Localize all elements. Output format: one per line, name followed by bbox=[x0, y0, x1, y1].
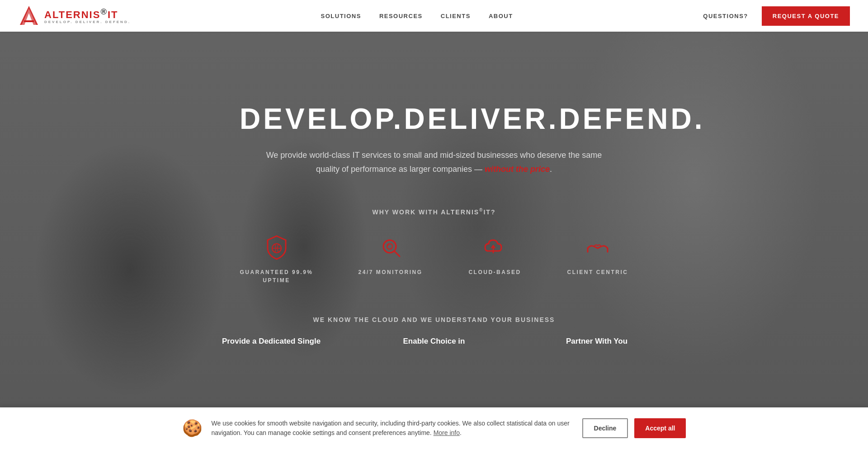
nav-clients[interactable]: CLIENTS bbox=[441, 13, 471, 19]
cloud-card-2: Partner With You bbox=[529, 337, 665, 350]
cloud-card-1-title: Enable Choice in bbox=[366, 337, 502, 346]
cookie-more-info-link[interactable]: More info bbox=[434, 429, 460, 436]
cloud-upload-icon bbox=[481, 234, 509, 261]
accept-all-button[interactable]: Accept all bbox=[634, 418, 686, 438]
monitor-search-icon bbox=[377, 234, 404, 261]
cookie-buttons: Decline Accept all bbox=[582, 418, 686, 438]
features-row: GUARANTEED 99.9% UPTIME 24/7 MONITORING bbox=[240, 234, 628, 284]
shield-globe-icon bbox=[263, 234, 290, 261]
main-nav: SOLUTIONS RESOURCES CLIENTS ABOUT bbox=[321, 13, 513, 19]
hero-section: DEVELOP.DELIVER.DEFEND. We provide world… bbox=[0, 0, 868, 449]
feature-uptime: GUARANTEED 99.9% UPTIME bbox=[240, 234, 313, 284]
logo-icon bbox=[18, 5, 40, 27]
logo-text: ALTERNIS®IT DEVELOP. DELIVER. DEFEND. bbox=[44, 7, 131, 24]
cookie-banner: 🍪 We use cookies for smooth website navi… bbox=[0, 407, 868, 449]
feature-cloud-label: CLOUD-BASED bbox=[468, 268, 521, 276]
cloud-section: WE KNOW THE CLOUD AND WE UNDERSTAND YOUR… bbox=[0, 316, 868, 350]
decline-button[interactable]: Decline bbox=[582, 418, 628, 438]
nav-about[interactable]: ABOUT bbox=[489, 13, 513, 19]
handshake-icon bbox=[584, 234, 611, 261]
feature-client: CLIENT CENTRIC bbox=[567, 234, 628, 276]
feature-monitoring: 24/7 MONITORING bbox=[359, 234, 423, 276]
cloud-card-2-title: Partner With You bbox=[529, 337, 665, 346]
cloud-card-1: Enable Choice in bbox=[366, 337, 502, 350]
nav-solutions[interactable]: SOLUTIONS bbox=[321, 13, 361, 19]
hero-content: DEVELOP.DELIVER.DEFEND. We provide world… bbox=[231, 103, 637, 181]
cookie-text: We use cookies for smooth website naviga… bbox=[212, 419, 573, 438]
logo-tagline: DEVELOP. DELIVER. DEFEND. bbox=[44, 20, 131, 24]
header: ALTERNIS®IT DEVELOP. DELIVER. DEFEND. SO… bbox=[0, 0, 868, 32]
why-title: WHY WORK WITH ALTERNIS®IT? bbox=[240, 208, 628, 216]
logo-brand: ALTERNIS bbox=[44, 9, 100, 20]
questions-link[interactable]: QUESTIONS? bbox=[703, 13, 748, 19]
feature-uptime-label: GUARANTEED 99.9% UPTIME bbox=[240, 268, 313, 284]
hero-subtitle: We provide world-class IT services to sm… bbox=[258, 148, 610, 176]
svg-point-6 bbox=[387, 244, 392, 249]
why-section: WHY WORK WITH ALTERNIS®IT? GUARANTEED 99… bbox=[240, 208, 628, 284]
svg-line-7 bbox=[394, 251, 400, 256]
hero-price-text: without the price bbox=[485, 165, 550, 174]
cookie-icon: 🍪 bbox=[182, 419, 203, 438]
feature-client-label: CLIENT CENTRIC bbox=[567, 268, 628, 276]
logo[interactable]: ALTERNIS®IT DEVELOP. DELIVER. DEFEND. bbox=[18, 5, 131, 27]
cloud-cards: Provide a Dedicated Single Enable Choice… bbox=[27, 337, 841, 350]
logo-name: ALTERNIS®IT bbox=[44, 7, 131, 21]
svg-rect-2 bbox=[24, 20, 34, 22]
cloud-section-title: WE KNOW THE CLOUD AND WE UNDERSTAND YOUR… bbox=[27, 316, 841, 323]
nav-resources[interactable]: RESOURCES bbox=[379, 13, 423, 19]
hero-title: DEVELOP.DELIVER.DEFEND. bbox=[240, 103, 628, 135]
request-quote-button[interactable]: REQUEST A QUOTE bbox=[762, 6, 850, 26]
cloud-card-0: Provide a Dedicated Single bbox=[203, 337, 339, 350]
header-right: QUESTIONS? REQUEST A QUOTE bbox=[703, 6, 850, 26]
feature-monitoring-label: 24/7 MONITORING bbox=[359, 268, 423, 276]
feature-cloud: CLOUD-BASED bbox=[468, 234, 522, 276]
cloud-card-0-title: Provide a Dedicated Single bbox=[203, 337, 339, 346]
